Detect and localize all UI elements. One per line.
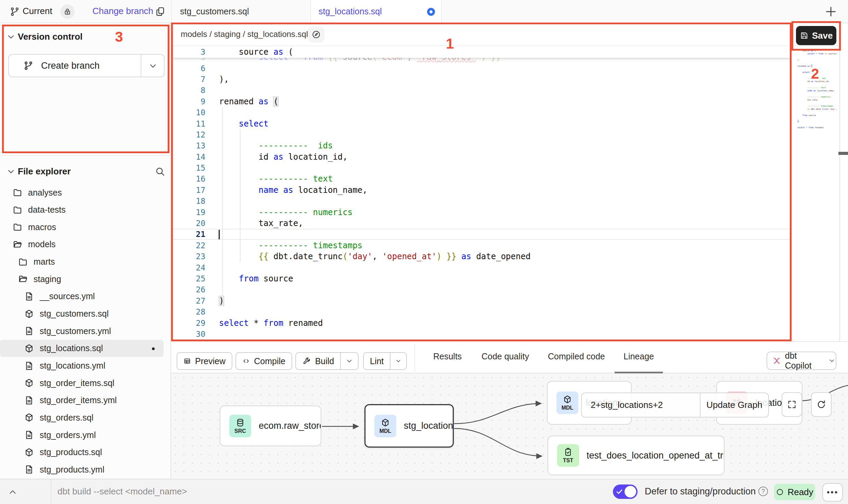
- code-line-20[interactable]: 20 tax_rate,: [171, 218, 792, 229]
- dbt-copilot-button[interactable]: dbt Copilot: [767, 352, 836, 370]
- command-input[interactable]: dbt build --select <model_name>: [57, 486, 187, 497]
- defer-toggle[interactable]: [613, 485, 638, 499]
- code-line-12[interactable]: 12: [171, 129, 792, 140]
- update-graph-button[interactable]: Update Graph: [701, 400, 768, 410]
- tab-stg-locations-sql[interactable]: stg_locations.sql: [311, 0, 442, 23]
- file-item-analyses[interactable]: analyses: [0, 184, 171, 201]
- table-icon: [183, 356, 191, 366]
- lineage-node-ecom-raw_stores[interactable]: SRCecom.raw_stores: [220, 406, 321, 446]
- chevron-down-icon: [6, 167, 16, 176]
- code-line-14[interactable]: 14 id as location_id,: [171, 151, 792, 162]
- lineage-graph[interactable]: SRCecom.raw_storesMDLstg_locationsMDLloc…: [171, 373, 848, 478]
- code-line-6[interactable]: 6: [171, 63, 792, 74]
- code-line-9[interactable]: 9renamed as (: [171, 96, 792, 107]
- new-tab-button[interactable]: [824, 5, 838, 18]
- preview-button[interactable]: Preview: [177, 352, 232, 370]
- lineage-node-stg_locations[interactable]: MDLstg_locations: [364, 404, 454, 448]
- code-line-13[interactable]: 13 ---------- ids: [171, 140, 792, 151]
- code-line-17[interactable]: 17 name as location_name,: [171, 185, 792, 196]
- line-number: 9: [171, 97, 205, 106]
- code-line-11[interactable]: 11 select: [171, 118, 792, 129]
- code-line-7[interactable]: 7),: [171, 74, 792, 85]
- chevron-down-icon[interactable]: [395, 357, 401, 365]
- file-item-data-tests[interactable]: data-tests: [0, 201, 171, 218]
- tab-code-quality[interactable]: Code quality: [481, 352, 529, 361]
- breadcrumb-bar: models / staging / stg_locations.sql: [171, 23, 839, 46]
- expand-command-bar-icon[interactable]: [8, 487, 18, 497]
- overflow-menu-button[interactable]: •••: [822, 483, 843, 502]
- code-line-8[interactable]: 8: [171, 85, 792, 96]
- status-bar: dbt build --select <model_name> Defer to…: [0, 479, 848, 504]
- lineage-selector-input[interactable]: 2+stg_locations+2: [582, 393, 700, 417]
- compile-button[interactable]: Compile: [235, 352, 292, 370]
- version-control-header[interactable]: Version control: [0, 30, 170, 44]
- code-editor[interactable]: 5 select * from {{ source('ecom', 'raw_s…: [171, 46, 792, 341]
- chevron-down-icon[interactable]: [346, 357, 353, 365]
- code-line-10[interactable]: 10: [171, 107, 792, 118]
- tab-compiled-code[interactable]: Compiled code: [548, 352, 605, 361]
- fullscreen-button[interactable]: [782, 392, 802, 417]
- node-badge: TST: [557, 444, 579, 467]
- line-number: 12: [171, 130, 205, 139]
- code-line-28[interactable]: 28: [171, 306, 792, 317]
- chevron-down-icon[interactable]: [148, 61, 158, 71]
- file-item-stg_locations.yml[interactable]: stg_locations.yml: [0, 357, 171, 374]
- code-line-23[interactable]: 23 {{ dbt.date_trunc('day', 'opened_at')…: [171, 251, 792, 262]
- file-item-stg_customers.sql[interactable]: stg_customers.sql: [0, 305, 171, 322]
- editor-minimap[interactable]: source as ( select * from {{ source('eco…: [797, 49, 838, 151]
- file-item-stg_products.yml[interactable]: stg_products.yml: [0, 461, 171, 478]
- bottom-panel: Preview Compile Build Lint Results Code …: [171, 341, 848, 479]
- file-item-__sources.yml[interactable]: __sources.yml: [0, 288, 171, 305]
- file-item-marts[interactable]: marts: [0, 253, 171, 270]
- tab-label: stg_locations.sql: [319, 6, 382, 16]
- file-item-stg_order_items.sql[interactable]: stg_order_items.sql: [0, 374, 171, 392]
- code-line-29[interactable]: 29select * from renamed: [171, 317, 792, 328]
- save-button[interactable]: Save: [796, 26, 836, 45]
- file-item-staging[interactable]: staging: [0, 270, 171, 288]
- tab-results[interactable]: Results: [433, 352, 462, 361]
- code-line-24[interactable]: 24: [171, 262, 792, 273]
- code-line-25[interactable]: 25 from source: [171, 273, 792, 284]
- file-item-stg_order_items.yml[interactable]: stg_order_items.yml: [0, 392, 171, 409]
- tab-lineage[interactable]: Lineage: [624, 352, 654, 361]
- refresh-button[interactable]: [811, 392, 832, 417]
- help-icon[interactable]: ?: [758, 487, 768, 496]
- lint-button[interactable]: Lint: [363, 352, 407, 370]
- file-item-stg_orders.yml[interactable]: stg_orders.yml: [0, 426, 171, 443]
- line-number: 25: [171, 274, 205, 283]
- chevron-down-icon: [828, 357, 836, 364]
- change-branch-link[interactable]: Change branch: [92, 6, 153, 16]
- code-line-16[interactable]: 16 ---------- text: [171, 173, 792, 184]
- code-line-18[interactable]: 18: [171, 196, 792, 207]
- search-icon[interactable]: [155, 166, 166, 177]
- fullscreen-icon: [787, 399, 797, 410]
- file-item-macros[interactable]: macros: [0, 218, 171, 236]
- view-docs-icon[interactable]: [308, 27, 324, 42]
- file-explorer-title: File explorer: [18, 166, 71, 177]
- code-line-30[interactable]: 30: [171, 329, 792, 340]
- lineage-node-test_does_location_opened_at_trunc_t-[interactable]: TSTtest_does_location_opened_at_trunc_t…: [548, 436, 724, 475]
- code-line-15[interactable]: 15: [171, 162, 792, 173]
- code-line-3[interactable]: 3 source as (: [171, 47, 293, 57]
- file-explorer-header[interactable]: File explorer: [0, 165, 170, 178]
- build-button[interactable]: Build: [295, 352, 359, 370]
- cube-icon: [381, 418, 390, 427]
- create-branch-button[interactable]: Create branch: [8, 54, 165, 77]
- file-item-models[interactable]: models: [0, 236, 171, 253]
- panel-resize-handle[interactable]: [838, 152, 848, 155]
- file-item-stg_customers.yml[interactable]: stg_customers.yml: [0, 322, 171, 340]
- code-line-19[interactable]: 19 ---------- numerics: [171, 207, 792, 217]
- code-line-26[interactable]: 26: [171, 284, 792, 295]
- cube-icon: [24, 378, 34, 388]
- file-item-stg_locations.sql[interactable]: stg_locations.sql: [0, 340, 164, 357]
- tab-label: stg_customers.sql: [180, 6, 249, 16]
- file-item-stg_orders.sql[interactable]: stg_orders.sql: [0, 409, 171, 426]
- file-label: stg_products.sql: [40, 447, 102, 457]
- button-divider: [390, 353, 390, 369]
- tab-stg-customers-sql[interactable]: stg_customers.sql: [171, 0, 311, 23]
- code-line-22[interactable]: 22 ---------- timestamps: [171, 240, 792, 251]
- preview-label: Preview: [195, 356, 226, 366]
- code-line-27[interactable]: 27): [171, 295, 792, 306]
- file-item-stg_products.sql[interactable]: stg_products.sql: [0, 444, 171, 461]
- copy-icon[interactable]: [155, 6, 166, 17]
